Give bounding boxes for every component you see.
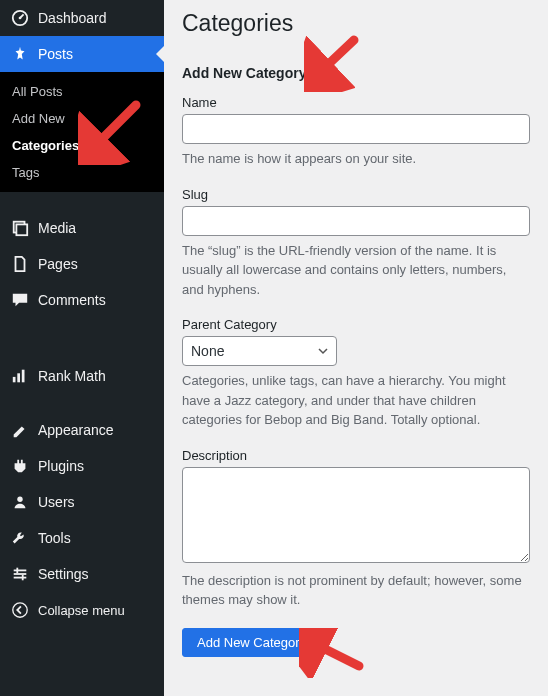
name-help: The name is how it appears on your site.	[182, 149, 530, 169]
menu-appearance[interactable]: Appearance	[0, 412, 164, 448]
svg-rect-11	[16, 568, 18, 573]
collapse-label: Collapse menu	[38, 603, 125, 618]
pushpin-icon	[10, 44, 30, 64]
posts-submenu: All Posts Add New Categories Tags	[0, 72, 164, 192]
svg-rect-6	[22, 370, 25, 383]
slug-input[interactable]	[182, 206, 530, 236]
comments-icon	[10, 290, 30, 310]
submenu-tags[interactable]: Tags	[0, 159, 164, 186]
parent-help: Categories, unlike tags, can have a hier…	[182, 371, 530, 430]
menu-label: Comments	[38, 292, 106, 308]
svg-rect-12	[22, 575, 24, 580]
main-content: Categories Add New Category Name The nam…	[164, 0, 548, 696]
settings-icon	[10, 564, 30, 584]
pages-icon	[10, 254, 30, 274]
menu-label: Appearance	[38, 422, 114, 438]
users-icon	[10, 492, 30, 512]
page-title: Categories	[182, 10, 530, 37]
svg-point-7	[17, 497, 22, 502]
menu-rank-math[interactable]: Rank Math	[0, 358, 164, 394]
field-parent: Parent Category None Categories, unlike …	[182, 317, 530, 430]
svg-point-1	[19, 17, 22, 20]
slug-label: Slug	[182, 187, 530, 202]
submenu-add-new[interactable]: Add New	[0, 105, 164, 132]
menu-label: Rank Math	[38, 368, 106, 384]
field-description: Description The description is not promi…	[182, 448, 530, 610]
field-slug: Slug The “slug” is the URL-friendly vers…	[182, 187, 530, 300]
svg-point-13	[13, 603, 27, 617]
menu-label: Pages	[38, 256, 78, 272]
submenu-all-posts[interactable]: All Posts	[0, 78, 164, 105]
media-icon	[10, 218, 30, 238]
menu-label: Dashboard	[38, 10, 107, 26]
menu-label: Settings	[38, 566, 89, 582]
menu-users[interactable]: Users	[0, 484, 164, 520]
menu-media[interactable]: Media	[0, 210, 164, 246]
parent-select[interactable]: None	[182, 336, 337, 366]
slug-help: The “slug” is the URL-friendly version o…	[182, 241, 530, 300]
arrow-annotation-icon	[304, 32, 364, 92]
collapse-menu[interactable]: Collapse menu	[0, 592, 164, 628]
menu-pages[interactable]: Pages	[0, 246, 164, 282]
form-title: Add New Category	[182, 65, 530, 81]
admin-sidebar: Dashboard Posts All Posts Add New Catego…	[0, 0, 164, 696]
svg-rect-5	[17, 373, 20, 382]
name-input[interactable]	[182, 114, 530, 144]
tools-icon	[10, 528, 30, 548]
menu-label: Tools	[38, 530, 71, 546]
description-label: Description	[182, 448, 530, 463]
dashboard-icon	[10, 8, 30, 28]
plugins-icon	[10, 456, 30, 476]
menu-tools[interactable]: Tools	[0, 520, 164, 556]
menu-label: Media	[38, 220, 76, 236]
menu-plugins[interactable]: Plugins	[0, 448, 164, 484]
collapse-icon	[10, 600, 30, 620]
svg-rect-10	[14, 577, 27, 579]
rank-math-icon	[10, 366, 30, 386]
add-category-button[interactable]: Add New Category	[182, 628, 321, 657]
field-name: Name The name is how it appears on your …	[182, 95, 530, 169]
appearance-icon	[10, 420, 30, 440]
menu-dashboard[interactable]: Dashboard	[0, 0, 164, 36]
menu-comments[interactable]: Comments	[0, 282, 164, 318]
svg-rect-4	[13, 377, 16, 382]
menu-label: Users	[38, 494, 75, 510]
description-help: The description is not prominent by defa…	[182, 571, 530, 610]
menu-label: Plugins	[38, 458, 84, 474]
menu-posts[interactable]: Posts	[0, 36, 164, 72]
menu-label: Posts	[38, 46, 73, 62]
svg-rect-8	[14, 570, 27, 572]
svg-rect-3	[16, 224, 27, 235]
svg-rect-9	[14, 573, 27, 575]
parent-label: Parent Category	[182, 317, 530, 332]
description-textarea[interactable]	[182, 467, 530, 563]
submenu-categories[interactable]: Categories	[0, 132, 164, 159]
menu-settings[interactable]: Settings	[0, 556, 164, 592]
name-label: Name	[182, 95, 530, 110]
